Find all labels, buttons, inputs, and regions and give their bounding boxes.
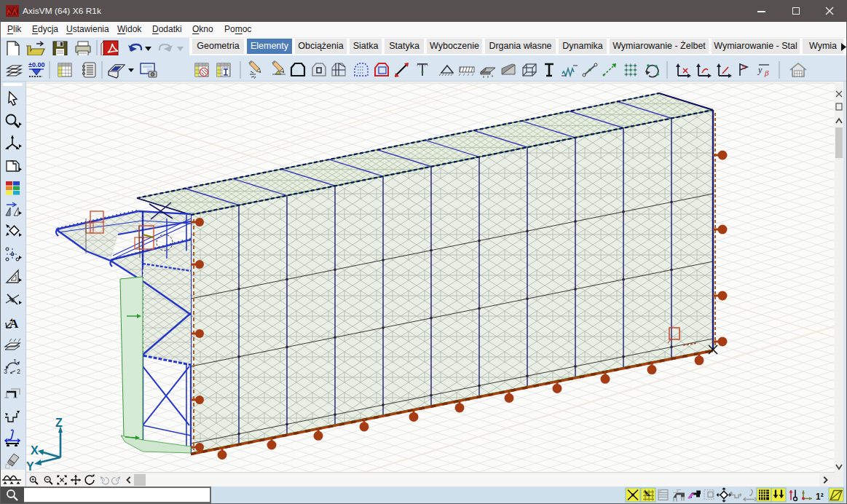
svg-text:Y: Y [26, 460, 34, 472]
svg-text:A: A [9, 317, 19, 331]
svg-text:1²: 1² [816, 492, 824, 502]
svg-text:Z: Z [55, 417, 63, 429]
svg-text:1: 1 [13, 358, 17, 365]
svg-text:3: 3 [4, 368, 7, 375]
svg-text:X: X [31, 444, 39, 457]
svg-text:2: 2 [17, 368, 20, 375]
svg-text:y: y [757, 65, 763, 75]
svg-text:±0.00: ±0.00 [28, 61, 44, 68]
svg-text:β: β [764, 68, 769, 77]
